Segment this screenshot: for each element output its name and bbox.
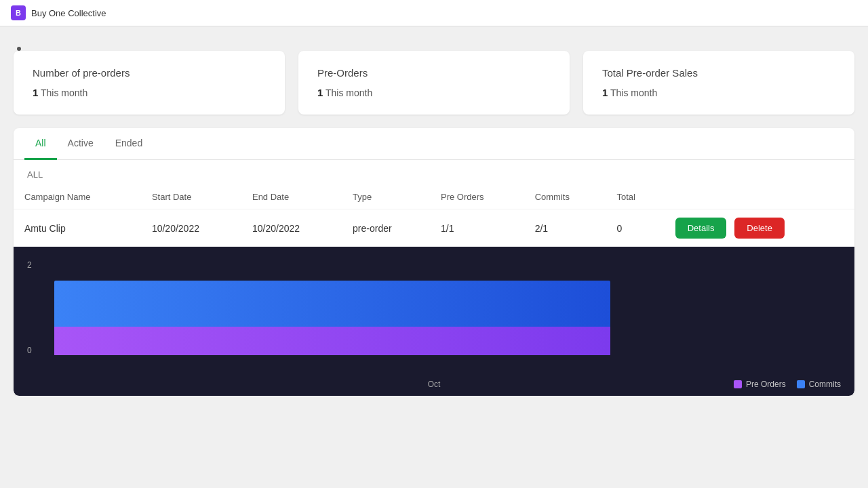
col-start-date: Start Date	[141, 185, 241, 209]
legend-dot-preorders	[734, 380, 742, 388]
y-label-top: 2	[27, 260, 32, 270]
chart-x-label: Oct	[428, 380, 441, 389]
col-end-date: End Date	[241, 185, 342, 209]
stat-value-preorders-count: 1 This month	[33, 87, 266, 98]
stat-title-preorders-count: Number of pre-orders	[33, 67, 266, 79]
main-content: Number of pre-orders 1 This month Pre-Or…	[0, 26, 868, 396]
tab-all[interactable]: All	[24, 128, 57, 160]
tab-active[interactable]: Active	[57, 128, 104, 160]
details-button[interactable]: Details	[675, 218, 727, 239]
titlebar: B Buy One Collective	[0, 0, 868, 26]
app-icon: B	[11, 5, 26, 20]
chart-bars-area	[54, 260, 841, 355]
legend-item-commits: Commits	[797, 380, 841, 389]
col-campaign-name: Campaign Name	[14, 185, 141, 209]
cell-actions: Details Delete	[665, 209, 854, 247]
col-commits: Commits	[524, 185, 606, 209]
stat-card-total-sales: Total Pre-order Sales 1 This month	[583, 51, 854, 115]
section-all-label: ALL	[14, 160, 854, 185]
col-actions	[665, 185, 854, 209]
table-section: All Active Ended ALL Campaign Name Start…	[14, 128, 854, 396]
stat-value-total-sales: 1 This month	[602, 87, 835, 98]
legend-label-preorders: Pre Orders	[746, 380, 786, 389]
bar-group	[54, 281, 610, 355]
cell-type: pre-order	[342, 209, 430, 247]
col-type: Type	[342, 185, 430, 209]
stat-value-preorders: 1 This month	[317, 87, 551, 98]
legend-dot-commits	[797, 380, 805, 388]
table-header-row: Campaign Name Start Date End Date Type P…	[14, 185, 854, 209]
legend-item-preorders: Pre Orders	[734, 380, 786, 389]
chart-y-axis: 2 0	[27, 260, 32, 355]
bar-preorders	[54, 327, 610, 355]
table-row: Amtu Clip 10/20/2022 10/20/2022 pre-orde…	[14, 209, 854, 247]
y-label-bottom: 0	[27, 346, 32, 355]
stat-title-total-sales: Total Pre-order Sales	[602, 67, 835, 79]
col-pre-orders: Pre Orders	[430, 185, 524, 209]
app-title: Buy One Collective	[31, 8, 106, 18]
cell-commits: 2/1	[524, 209, 606, 247]
cell-total: 0	[606, 209, 664, 247]
tab-ended[interactable]: Ended	[104, 128, 153, 160]
tabs: All Active Ended	[14, 128, 854, 160]
stat-card-preorders: Pre-Orders 1 This month	[298, 51, 570, 115]
cell-start-date: 10/20/2022	[141, 209, 241, 247]
campaigns-table: Campaign Name Start Date End Date Type P…	[14, 185, 854, 247]
bar-commits	[54, 281, 610, 327]
cell-pre-orders: 1/1	[430, 209, 524, 247]
stat-card-preorders-count: Number of pre-orders 1 This month	[14, 51, 285, 115]
cell-campaign-name: Amtu Clip	[14, 209, 141, 247]
legend-label-commits: Commits	[809, 380, 841, 389]
cell-end-date: 10/20/2022	[241, 209, 342, 247]
stats-row: Number of pre-orders 1 This month Pre-Or…	[14, 51, 854, 115]
delete-button[interactable]: Delete	[734, 218, 785, 239]
stat-title-preorders: Pre-Orders	[317, 67, 551, 79]
chart-container: 2 0 Oct Pre Orders Commits	[14, 247, 854, 396]
chart-legend: Pre Orders Commits	[734, 380, 841, 389]
col-total: Total	[606, 185, 664, 209]
